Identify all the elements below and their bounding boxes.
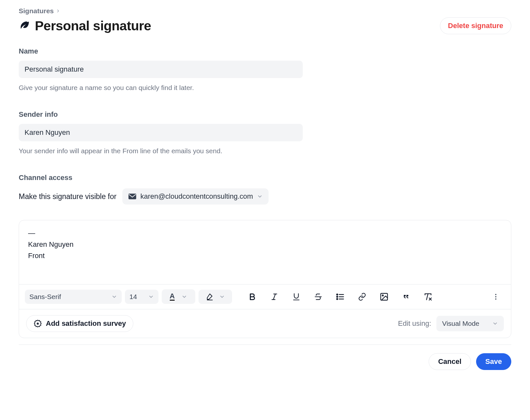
italic-button[interactable] [265, 289, 284, 305]
svg-point-18 [495, 294, 496, 295]
chevron-down-icon [219, 294, 225, 300]
envelope-icon [128, 193, 137, 200]
edit-mode-select[interactable]: Visual Mode [436, 316, 504, 331]
add-satisfaction-survey-button[interactable]: Add satisfaction survey [26, 315, 133, 332]
strikethrough-button[interactable] [309, 289, 328, 305]
sender-info-help-text: Your sender info will appear in the From… [19, 147, 511, 155]
svg-point-11 [337, 296, 338, 297]
svg-rect-0 [128, 194, 136, 199]
font-family-value: Sans-Serif [29, 293, 61, 301]
channel-select[interactable]: karen@cloudcontentconsulting.com [122, 188, 269, 205]
image-button[interactable] [375, 289, 393, 305]
chevron-down-icon [492, 321, 498, 326]
page-title: Personal signature [35, 18, 151, 34]
clear-formatting-button[interactable] [419, 289, 437, 305]
channel-access-label: Channel access [19, 174, 511, 182]
image-icon [380, 292, 389, 301]
more-options-button[interactable] [486, 289, 505, 305]
editor-line: Karen Nguyen [28, 239, 502, 250]
signature-editor: — Karen Nguyen Front Sans-Serif 14 A [19, 220, 511, 338]
underline-button[interactable] [287, 289, 306, 305]
editor-content-area[interactable]: — Karen Nguyen Front [19, 220, 511, 284]
clear-format-icon [423, 292, 433, 301]
edit-mode-label: Edit using: [398, 319, 431, 328]
bold-icon [248, 293, 257, 301]
text-color-icon: A [170, 293, 175, 301]
editor-line: Front [28, 250, 502, 261]
list-icon [336, 292, 345, 301]
sender-info-input[interactable] [19, 124, 303, 141]
name-input[interactable] [19, 61, 303, 78]
font-size-select[interactable]: 14 [125, 290, 158, 304]
chevron-down-icon [111, 294, 117, 300]
svg-point-14 [382, 295, 383, 296]
cancel-button[interactable]: Cancel [429, 353, 471, 370]
svg-point-20 [495, 298, 496, 300]
text-color-select[interactable]: A [162, 289, 195, 304]
link-button[interactable] [353, 289, 372, 305]
name-help-text: Give your signature a name so you can qu… [19, 84, 511, 92]
divider [19, 345, 511, 345]
underline-icon [292, 293, 301, 301]
badge-star-icon [34, 319, 42, 328]
svg-line-4 [273, 294, 276, 299]
survey-button-label: Add satisfaction survey [46, 319, 126, 328]
quote-icon [402, 292, 411, 301]
bullet-list-button[interactable] [331, 289, 350, 305]
save-button[interactable]: Save [476, 353, 511, 370]
bold-button[interactable] [243, 289, 262, 305]
svg-point-19 [495, 296, 496, 297]
chevron-right-icon [56, 9, 60, 13]
editor-toolbar: Sans-Serif 14 A [19, 284, 511, 309]
chevron-down-icon [257, 194, 263, 199]
font-size-value: 14 [129, 293, 137, 301]
delete-signature-button[interactable]: Delete signature [440, 17, 511, 34]
italic-icon [270, 293, 279, 301]
name-label: Name [19, 47, 511, 55]
sender-info-label: Sender info [19, 110, 511, 119]
channel-prompt: Make this signature visible for [19, 192, 117, 201]
blockquote-button[interactable] [397, 289, 415, 305]
leaf-icon [19, 20, 30, 32]
breadcrumb: Signatures [19, 7, 511, 15]
editor-line: — [28, 227, 502, 239]
edit-mode-value: Visual Mode [442, 320, 479, 327]
strikethrough-icon [314, 293, 322, 301]
highlighter-icon [206, 293, 214, 301]
svg-line-15 [426, 294, 428, 300]
svg-point-12 [337, 298, 338, 300]
highlight-color-select[interactable] [199, 290, 232, 304]
svg-point-10 [337, 294, 338, 295]
channel-selected-value: karen@cloudcontentconsulting.com [140, 192, 253, 201]
chevron-down-icon [181, 294, 187, 300]
breadcrumb-parent[interactable]: Signatures [19, 7, 54, 15]
kebab-icon [492, 293, 500, 301]
font-family-select[interactable]: Sans-Serif [25, 290, 122, 304]
link-icon [358, 293, 366, 301]
chevron-down-icon [148, 294, 154, 300]
